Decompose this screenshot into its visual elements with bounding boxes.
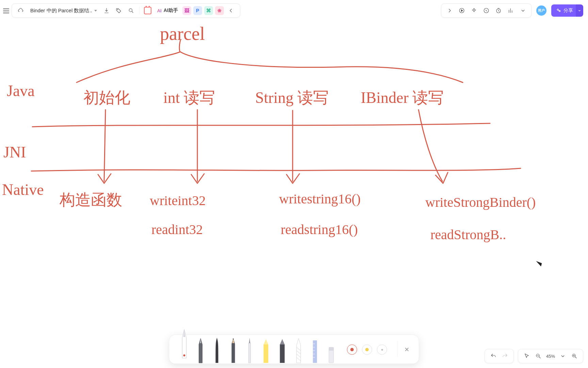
playback-toolbar (441, 3, 532, 18)
share-dropdown-button[interactable] (576, 4, 583, 17)
share-button[interactable]: 分享 (551, 4, 578, 17)
layer-native-label: Native (2, 181, 44, 198)
col2-label: int 读写 (163, 89, 215, 106)
color-red-dot[interactable] (347, 344, 357, 355)
search-button[interactable] (125, 4, 137, 17)
tag-button[interactable] (113, 4, 125, 17)
top-right-toolbar: 用户 分享 (441, 3, 583, 18)
tool-flower-button[interactable]: ❀ (215, 6, 224, 15)
document-title: Binder 中的 Parcel 数据结.. (30, 7, 92, 14)
pen-needle[interactable] (242, 337, 257, 364)
zoom-menu-chevron[interactable] (557, 350, 569, 362)
native-c4b: readStrongB.. (430, 227, 506, 242)
highlighter-dark[interactable] (275, 337, 290, 364)
undo-redo-group (485, 349, 514, 363)
tray-close-button[interactable]: ✕ (402, 344, 412, 355)
share-group: 分享 (551, 4, 583, 17)
tool-link-button[interactable]: ⌘ (204, 6, 213, 15)
col4-label: IBinder 读写 (361, 89, 444, 106)
record-button[interactable] (480, 4, 492, 17)
main-menu-button[interactable] (1, 6, 11, 16)
ai-assistant-button[interactable]: AI AI助手 (154, 6, 181, 15)
ai-label: AI助手 (164, 7, 178, 14)
spark-button[interactable] (468, 4, 480, 17)
play-button[interactable] (456, 4, 468, 17)
separator (139, 7, 140, 14)
pen-fountain[interactable] (177, 333, 192, 359)
tool-p-button[interactable]: P (193, 6, 202, 15)
undo-button[interactable] (488, 350, 499, 362)
stroke-thin-dot[interactable] (377, 344, 387, 355)
pen-brush[interactable] (210, 337, 225, 364)
zoom-group: 45% (518, 349, 583, 363)
layer-java-label: Java (7, 82, 35, 99)
cloud-sync-icon[interactable] (15, 4, 27, 17)
expand-right-icon[interactable] (443, 4, 456, 17)
top-left-toolbar: Binder 中的 Parcel 数据结.. AI AI助手 🖼 P ⌘ ❀ (12, 3, 240, 18)
svg-rect-10 (264, 344, 268, 363)
tool-image-button[interactable]: 🖼 (182, 6, 191, 15)
svg-point-0 (117, 9, 118, 10)
native-c4a: writeStrongBinder() (425, 195, 536, 210)
ai-logo-icon: AI (157, 8, 162, 13)
share-label: 分享 (564, 7, 573, 14)
bottom-right-controls: 45% (485, 349, 583, 363)
eraser-tool[interactable] (324, 337, 339, 364)
export-button[interactable] (100, 4, 113, 17)
timer-button[interactable] (492, 4, 505, 17)
pen-ruler[interactable] (308, 337, 323, 364)
pen-hatch[interactable] (291, 337, 306, 364)
svg-rect-14 (329, 347, 334, 351)
native-c2b: readint32 (151, 222, 203, 237)
svg-point-7 (183, 354, 185, 356)
stats-button[interactable] (505, 4, 517, 17)
col1-label: 初始化 (83, 89, 130, 106)
zoom-out-button[interactable] (533, 350, 544, 362)
calendar-icon (144, 7, 151, 14)
zoom-value: 45% (544, 354, 557, 359)
pen-pencil[interactable] (226, 337, 241, 364)
svg-rect-11 (280, 344, 285, 363)
pen-tray: ✕ (169, 335, 419, 364)
chevron-down-icon (94, 10, 97, 12)
native-c1: 构造函数 (59, 191, 122, 209)
separator (397, 340, 398, 357)
color-yellow-dot[interactable] (362, 344, 372, 355)
pointer-mode-button[interactable] (521, 350, 533, 362)
pen-ink[interactable] (193, 337, 208, 364)
svg-rect-9 (249, 343, 251, 363)
more-chevron-icon[interactable] (517, 4, 529, 17)
native-c2a: writeint32 (150, 193, 206, 208)
zoom-in-button[interactable] (569, 350, 580, 362)
native-c3b: readstring16() (281, 222, 358, 237)
user-avatar[interactable]: 用户 (536, 5, 546, 16)
calendar-button[interactable] (142, 4, 154, 17)
col3-label: String 读写 (255, 89, 329, 106)
highlighter-yellow[interactable] (259, 337, 274, 364)
document-title-dropdown[interactable]: Binder 中的 Parcel 数据结.. (27, 7, 100, 14)
redo-button[interactable] (499, 350, 511, 362)
ink-title: parcel (160, 24, 205, 44)
collapse-left-icon[interactable] (225, 4, 237, 17)
native-c3a: writestring16() (279, 191, 361, 206)
drawing-canvas[interactable]: parcel Java JNI Native 初始化 int 读写 String… (0, 21, 588, 368)
svg-point-8 (233, 339, 234, 340)
layer-jni-label: JNI (3, 143, 26, 161)
stroke-size-group (340, 344, 393, 364)
